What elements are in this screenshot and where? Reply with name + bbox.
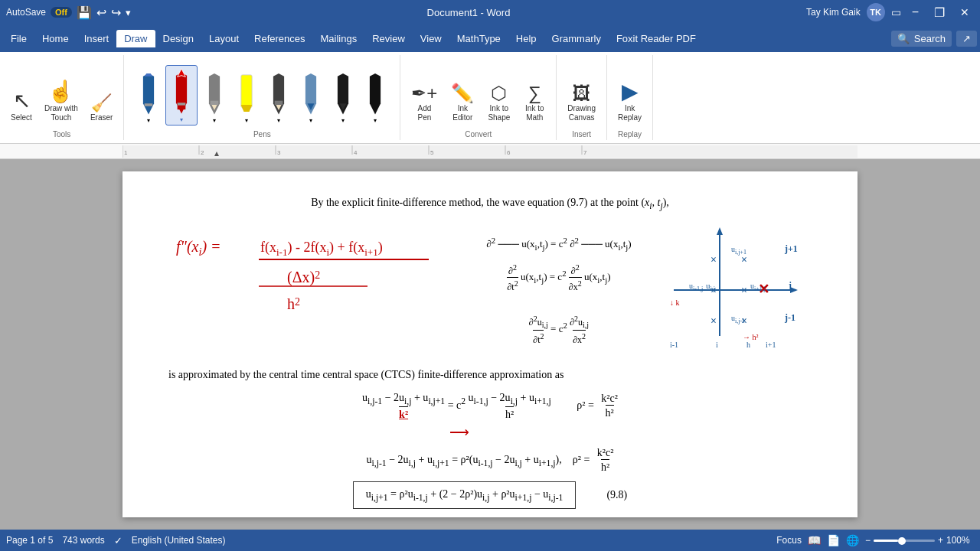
svg-marker-36 [214,152,219,156]
replay-content: ▶ InkReplay [613,57,646,129]
eraser-label: Eraser [90,113,113,122]
menu-mathtype[interactable]: MathType [449,30,508,47]
autosave-label: AutoSave [6,7,46,18]
pen-blue[interactable]: ▾ [133,67,164,126]
print-layout-icon[interactable]: 📄 [827,534,840,546]
ink-to-math-button[interactable]: ∑ Ink toMath [519,80,550,126]
customize-icon[interactable]: ▾ [126,7,131,18]
select-icon: ↖ [13,90,31,112]
pen-darkgray-dropdown: ▾ [277,117,280,124]
pen-red[interactable]: ▾ [165,65,198,126]
pens-label: Pens [253,129,271,139]
menu-insert[interactable]: Insert [77,30,117,47]
search-button[interactable]: 🔍 Search [891,31,952,47]
svg-text:i: i [716,341,718,349]
svg-text:3: 3 [277,149,281,156]
menu-design[interactable]: Design [155,30,201,47]
select-button[interactable]: ↖ Select [6,87,37,126]
ink-replay-button[interactable]: ▶ InkReplay [613,76,646,126]
proofing-icon[interactable]: ✓ [114,535,122,546]
menu-foxit[interactable]: Foxit Reader PDF [609,30,704,47]
close-button[interactable]: ✕ [956,5,974,20]
menu-file[interactable]: File [3,30,34,47]
svg-rect-10 [211,101,219,105]
eraser-button[interactable]: 🧹 Eraser [86,92,117,126]
focus-button[interactable]: Focus [776,535,802,546]
ctcs-equation-2: ui,j-1 − 2ui,j + ui,j+1 = ρ²(ui-1,j − 2u… [168,447,812,474]
add-pen-icon: ✒+ [411,83,437,104]
ink-editor-button[interactable]: ✏️ InkEditor [446,80,479,126]
zoom-out-button[interactable]: − [865,535,871,546]
menu-mailings[interactable]: Mailings [313,30,365,47]
zoom-thumb[interactable] [898,537,906,545]
pen-red-dropdown: ▾ [180,116,183,123]
pen-black2-svg [363,68,387,117]
user-avatar[interactable]: TK [867,3,885,21]
save-icon[interactable]: 💾 [77,5,92,20]
ink-replay-icon: ▶ [622,79,639,104]
svg-text:h2: h2 [287,295,300,312]
document-area: By the explicit finite-difference method… [0,159,980,530]
ink-to-shape-button[interactable]: ⬡ Ink toShape [483,80,514,126]
equation-2: ∂2ui,j ∂t2 = c2 ∂2ui,j ∂x2 [459,315,658,345]
pen-blue-dropdown: ▾ [147,117,150,124]
svg-rect-5 [178,103,186,106]
svg-text:×: × [710,254,717,266]
share-icon: ↗ [962,33,971,44]
pen-black1[interactable]: ▾ [328,67,358,126]
ruler-bar: 1 2 3 4 5 6 7 [122,145,858,158]
status-right: Focus 📖 📄 🌐 − + 100% [776,534,974,546]
svg-text:j-1: j-1 [784,312,795,323]
search-label: Search [914,33,946,44]
pen-blue-svg [136,68,161,117]
zoom-level: 100% [946,535,974,546]
redo-icon[interactable]: ↪ [111,5,121,20]
pen-yellow[interactable]: ▾ [231,67,262,126]
language[interactable]: English (United States) [132,535,226,546]
pen-black2[interactable]: ▾ [360,67,390,126]
draw-touch-button[interactable]: ☝ Draw with Touch [40,78,83,126]
menu-view[interactable]: View [413,30,449,47]
menu-help[interactable]: Help [508,30,544,47]
web-view-icon[interactable]: 🌐 [846,534,859,546]
pen-blue2[interactable]: ▾ [296,67,326,126]
pen-darkgray[interactable]: ▾ [263,67,294,126]
menu-grammarly[interactable]: Grammarly [544,30,609,47]
autosave-toggle[interactable]: Off [51,7,72,18]
undo-icon[interactable]: ↩ [96,5,106,20]
menu-layout[interactable]: Layout [201,30,247,47]
menu-home[interactable]: Home [34,30,77,47]
share-button[interactable]: ↗ [956,31,977,47]
document-title: Document1 - Word [427,7,511,18]
restore-button[interactable]: ❐ [929,4,949,21]
user-name: Tay Kim Gaik [806,7,861,18]
pen-blue2-svg [299,68,323,117]
menu-references[interactable]: References [247,30,312,47]
drawing-canvas-button[interactable]: 🖼 DrawingCanvas [563,80,600,126]
ink-editor-icon: ✏️ [451,83,474,104]
red-arrow: ⟶ [107,424,812,441]
insert-content: 🖼 DrawingCanvas [563,57,600,129]
ruler: 1 2 3 4 5 6 7 [0,144,980,159]
svg-text:7: 7 [583,149,587,156]
pen-gray-svg [202,68,227,117]
ribbon-toggle-icon[interactable]: ▭ [891,6,901,18]
select-label: Select [11,113,32,122]
zoom-slider[interactable] [874,540,935,542]
svg-text:×: × [710,315,717,327]
minimize-button[interactable]: − [907,4,923,21]
svg-text:f(xi-1) - 2f(xi) + f(xi+1): f(xi-1) - 2f(xi) + f(xi+1) [260,240,383,258]
svg-rect-11 [241,75,252,108]
svg-text:5: 5 [430,149,434,156]
svg-rect-16 [275,101,283,105]
read-view-icon[interactable]: 📖 [808,534,821,546]
zoom-in-button[interactable]: + [938,535,943,546]
pen-gray-dropdown: ▾ [213,117,216,124]
add-pen-button[interactable]: ✒+ AddPen [407,80,442,126]
pen-gray[interactable]: ▾ [199,67,230,126]
menu-draw[interactable]: Draw [116,30,155,47]
zoom-fill [874,540,898,542]
pen-darkgray-svg [266,68,291,117]
menu-review[interactable]: Review [364,30,413,47]
svg-rect-6 [178,106,186,109]
